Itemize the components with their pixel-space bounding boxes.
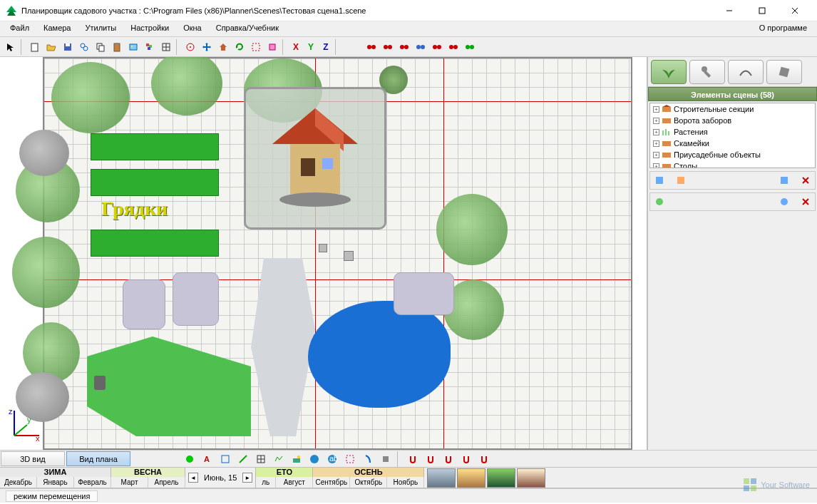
panel-btn-2[interactable] xyxy=(673,173,689,188)
maximize-button[interactable] xyxy=(746,0,779,21)
pointer-icon[interactable] xyxy=(3,39,19,55)
thumb[interactable] xyxy=(487,468,515,488)
thumb[interactable] xyxy=(427,468,456,488)
visibility-icon-5[interactable] xyxy=(429,39,445,55)
visibility-icon-3[interactable] xyxy=(396,39,412,55)
menu-settings[interactable]: Настройки xyxy=(123,21,176,36)
month[interactable]: Декабрь xyxy=(0,477,37,488)
expand-icon[interactable]: + xyxy=(653,163,659,169)
bottom-icon[interactable] xyxy=(360,451,376,467)
panel-btn-3[interactable] xyxy=(776,173,792,188)
season-timeline[interactable]: ЗИМА Декабрь Январь Февраль ВЕСНА Март А… xyxy=(0,467,817,488)
menu-about[interactable]: О программе xyxy=(752,21,814,36)
visibility-icon-1[interactable] xyxy=(364,39,379,55)
home-icon[interactable] xyxy=(215,39,231,55)
menu-utilities[interactable]: Утилиты xyxy=(78,21,124,36)
tree-item: +Скамейки xyxy=(650,138,815,149)
svg-line-52 xyxy=(14,425,27,436)
refresh-icon[interactable] xyxy=(232,39,247,55)
month[interactable]: Ноябрь xyxy=(387,477,424,488)
expand-icon[interactable]: + xyxy=(653,140,659,147)
bottom-icon[interactable] xyxy=(271,451,287,467)
target-icon[interactable] xyxy=(183,39,198,55)
month[interactable]: Март xyxy=(111,477,148,488)
menu-file[interactable]: Файл xyxy=(3,21,36,36)
svg-rect-19 xyxy=(148,47,150,50)
expand-icon[interactable]: + xyxy=(653,129,659,135)
svg-point-47 xyxy=(279,192,351,207)
axis-x-button[interactable]: X xyxy=(289,40,303,54)
bottom-icon[interactable] xyxy=(253,451,269,467)
visibility-icon-7[interactable] xyxy=(462,39,478,55)
svg-text:abc: abc xyxy=(329,454,337,463)
tab-objects-icon[interactable] xyxy=(766,60,802,84)
bottom-icon[interactable] xyxy=(307,451,322,467)
month[interactable]: Февраль xyxy=(74,477,111,488)
menu-camera[interactable]: Камера xyxy=(36,21,78,36)
thumb[interactable] xyxy=(457,468,485,488)
save-icon[interactable] xyxy=(60,39,76,55)
bottom-icon[interactable] xyxy=(342,451,358,467)
visibility-icon-4[interactable] xyxy=(413,39,428,55)
month[interactable]: Апрель xyxy=(148,477,185,488)
paste-icon[interactable] xyxy=(109,39,125,55)
layers-icon[interactable] xyxy=(142,39,158,55)
axis-y-button[interactable]: Y xyxy=(304,40,318,54)
expand-icon[interactable]: + xyxy=(653,152,659,158)
axis-z-button[interactable]: Z xyxy=(319,40,333,54)
magnet-icon[interactable] xyxy=(423,451,438,467)
menu-windows[interactable]: Окна xyxy=(176,21,209,36)
svg-rect-8 xyxy=(66,43,70,46)
bottom-icon[interactable] xyxy=(235,451,251,467)
copy-icon[interactable] xyxy=(93,39,108,55)
visibility-icon-6[interactable] xyxy=(446,39,461,55)
bottom-icon[interactable]: abc xyxy=(324,451,340,467)
tab-shapes-icon[interactable] xyxy=(728,60,764,84)
month[interactable]: Октябрь xyxy=(350,477,387,488)
grid-icon[interactable] xyxy=(158,39,174,55)
month[interactable]: ль xyxy=(256,477,276,488)
move-icon[interactable] xyxy=(199,39,215,55)
link-icon[interactable] xyxy=(76,39,92,55)
magnet-icon[interactable] xyxy=(476,451,492,467)
visibility-icon-2[interactable] xyxy=(380,39,396,55)
tool-icon[interactable] xyxy=(264,39,280,55)
bottom-icon[interactable] xyxy=(378,451,394,467)
panel-btn-5[interactable] xyxy=(776,194,792,210)
image-icon[interactable] xyxy=(125,39,141,55)
panel-delete-icon[interactable] xyxy=(798,173,813,188)
magnet-icon[interactable] xyxy=(458,451,474,467)
view-3d-tab[interactable]: 3D вид xyxy=(1,451,65,466)
bottom-icon[interactable] xyxy=(217,451,233,467)
view-plan-tab[interactable]: Вид плана xyxy=(66,451,130,466)
status-mode: режим перемещения xyxy=(6,490,98,502)
month[interactable]: Январь xyxy=(37,477,74,488)
scene-tree[interactable]: +Строительные секции +Ворота заборов +Ра… xyxy=(649,103,816,168)
date-prev-icon[interactable]: ◄ xyxy=(188,473,198,483)
tab-tools-icon[interactable] xyxy=(689,60,725,84)
design-canvas[interactable]: Грядки x xyxy=(0,57,647,450)
open-icon[interactable] xyxy=(43,39,59,55)
bottom-icon[interactable] xyxy=(182,451,197,467)
month[interactable]: Август xyxy=(276,477,313,488)
panel-btn-1[interactable] xyxy=(652,173,667,188)
tab-plants-icon[interactable] xyxy=(651,60,687,84)
panel-btn-4[interactable] xyxy=(652,194,667,210)
panel-delete-icon-2[interactable] xyxy=(798,194,813,210)
close-button[interactable] xyxy=(779,0,811,21)
date-selector[interactable]: ◄ Июнь, 15 ► xyxy=(185,468,256,488)
svg-rect-6 xyxy=(31,43,38,51)
magnet-icon[interactable] xyxy=(441,451,456,467)
month[interactable]: Сентябрь xyxy=(313,477,350,488)
thumb[interactable] xyxy=(517,468,545,488)
expand-icon[interactable]: + xyxy=(653,106,659,113)
date-next-icon[interactable]: ► xyxy=(242,473,252,483)
bottom-icon[interactable] xyxy=(289,451,304,467)
menu-help[interactable]: Справка/Учебник xyxy=(209,21,286,36)
minimize-button[interactable] xyxy=(713,0,746,21)
magnet-icon[interactable] xyxy=(405,451,421,467)
new-icon[interactable] xyxy=(27,39,43,55)
fit-icon[interactable] xyxy=(248,39,264,55)
expand-icon[interactable]: + xyxy=(653,118,659,124)
bottom-icon[interactable]: A xyxy=(200,451,215,467)
